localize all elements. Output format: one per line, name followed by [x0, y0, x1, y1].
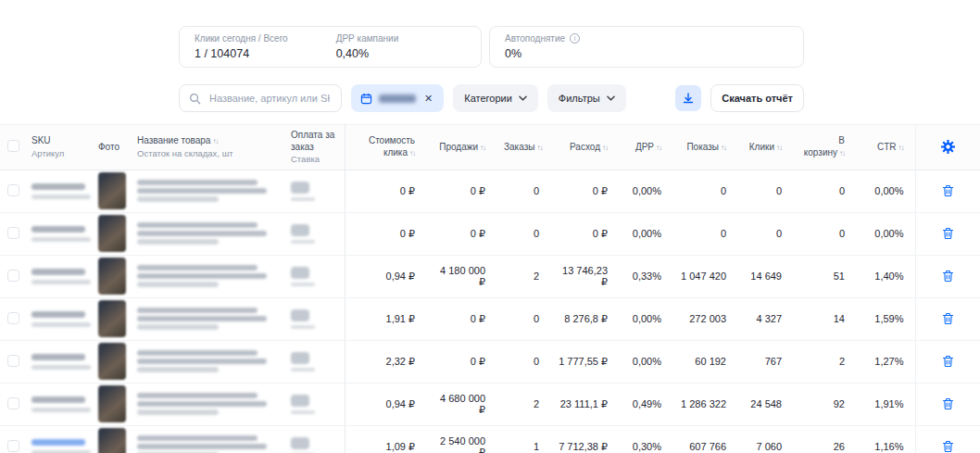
column-header-sku[interactable]: SKU Артикул: [24, 125, 91, 170]
info-icon[interactable]: i: [570, 33, 580, 44]
cell-photo: [91, 255, 130, 297]
row-checkbox[interactable]: [7, 355, 19, 367]
cell-clicks: 4 327: [737, 297, 793, 340]
cell-orders: 0: [496, 297, 550, 340]
sort-icon[interactable]: ↑↓: [212, 137, 218, 145]
product-name-redacted: [137, 231, 267, 236]
cell-cost-per-click: 2,32 ₽: [345, 340, 426, 383]
cell-spend: 23 111,1 ₽: [550, 383, 619, 425]
column-header-name[interactable]: Название товара↑↓ Остаток на складах, шт: [130, 125, 283, 170]
product-photo: [98, 258, 126, 295]
row-checkbox[interactable]: [7, 440, 19, 452]
cell-sku: [24, 255, 91, 297]
bid-redacted: [291, 325, 315, 329]
payment-redacted: [291, 224, 309, 236]
column-header-clicks[interactable]: Клики↑↓: [737, 125, 793, 170]
cell-photo: [91, 212, 130, 255]
cell-drr: 0,49%: [619, 383, 672, 425]
row-checkbox[interactable]: [7, 227, 19, 239]
cell-cost-per-click: 1,91 ₽: [345, 297, 426, 340]
article-redacted: [31, 408, 91, 412]
sort-icon[interactable]: ↑↓: [602, 144, 608, 152]
trash-icon: [942, 440, 954, 453]
table-settings-button[interactable]: [937, 136, 959, 157]
column-header-drr[interactable]: ДРР↑↓: [619, 125, 672, 170]
cell-photo: [91, 425, 130, 453]
close-icon[interactable]: ✕: [422, 92, 434, 106]
stat-label: Клики сегодня / Всего: [195, 33, 288, 44]
search-box[interactable]: [179, 84, 342, 112]
column-label: Показы: [686, 142, 719, 152]
cell-payment: [283, 383, 345, 425]
delete-row-button[interactable]: [938, 394, 958, 414]
payment-redacted: [291, 267, 309, 279]
sort-icon[interactable]: ↑↓: [480, 144, 485, 152]
sort-icon[interactable]: ↑↓: [839, 149, 845, 157]
column-header-views[interactable]: Показы↑↓: [672, 125, 737, 170]
column-header-orders[interactable]: Заказы↑↓: [496, 125, 550, 170]
stat-label: Автоподнятие i: [505, 33, 580, 44]
sort-icon[interactable]: ↑↓: [409, 149, 415, 157]
row-checkbox-cell: [0, 170, 24, 212]
filters-dropdown[interactable]: Фильтры: [547, 84, 626, 112]
row-checkbox[interactable]: [7, 270, 19, 282]
sort-icon[interactable]: ↑↓: [776, 144, 782, 152]
delete-row-button[interactable]: [938, 351, 958, 371]
cell-views: 607 766: [672, 425, 737, 453]
date-range-chip[interactable]: ✕: [351, 84, 444, 112]
delete-row-button[interactable]: [938, 223, 958, 244]
column-header-ctr[interactable]: CTR↑↓: [856, 125, 915, 170]
product-name-redacted: [137, 188, 267, 194]
column-header-cost-per-click[interactable]: Стоимость клика↑↓: [345, 125, 426, 170]
cell-ctr: 1,16%: [856, 425, 915, 453]
trash-icon: [942, 355, 954, 368]
product-photo: [98, 300, 126, 337]
sort-icon[interactable]: ↑↓: [536, 144, 542, 152]
sort-icon[interactable]: ↑↓: [721, 144, 726, 152]
product-photo: [98, 385, 126, 422]
categories-dropdown[interactable]: Категории: [453, 84, 538, 112]
row-checkbox[interactable]: [7, 312, 19, 324]
cell-cart: 26: [793, 425, 856, 453]
delete-row-button[interactable]: [938, 181, 958, 201]
gear-icon: [941, 140, 955, 154]
table-row: 2,32 ₽ 0 ₽ 0 1 777,55 ₽ 0,00% 60 192 767…: [0, 340, 980, 383]
select-all-checkbox[interactable]: [7, 140, 19, 152]
download-report-button[interactable]: Скачать отчёт: [710, 84, 804, 112]
product-name-redacted: [137, 222, 258, 228]
cell-cart: 14: [793, 297, 856, 340]
cell-name: [130, 255, 283, 297]
export-icon-button[interactable]: [675, 85, 701, 111]
stat-campaign-drr: ДРР кампании 0,40%: [336, 33, 399, 67]
cell-sales: 2 540 000 ₽: [426, 425, 496, 453]
cell-actions: [915, 340, 980, 383]
column-header-sales[interactable]: Продажи↑↓: [426, 125, 496, 170]
cell-orders: 0: [496, 170, 550, 212]
sort-icon[interactable]: ↑↓: [656, 144, 661, 152]
delete-row-button[interactable]: [938, 436, 958, 453]
search-input[interactable]: [207, 92, 332, 105]
chevron-down-icon: [519, 95, 527, 101]
product-name-redacted: [137, 273, 267, 279]
cell-actions: [915, 383, 980, 425]
delete-row-button[interactable]: [938, 266, 958, 286]
stat-clicks-today-total: Клики сегодня / Всего 1 / 104074: [195, 33, 288, 67]
row-checkbox[interactable]: [7, 397, 19, 409]
column-label: Фото: [98, 142, 122, 154]
column-header-cart[interactable]: В корзину↑↓: [793, 125, 856, 170]
delete-row-button[interactable]: [938, 308, 958, 329]
sort-icon[interactable]: ↑↓: [898, 144, 904, 152]
row-checkbox[interactable]: [7, 184, 19, 196]
cell-clicks: 0: [737, 170, 793, 212]
cell-orders: 0: [496, 340, 550, 383]
cell-sku: [24, 297, 91, 340]
bid-redacted: [291, 283, 315, 286]
payment-redacted: [291, 309, 309, 321]
cell-drr: 0,00%: [619, 212, 672, 255]
column-header-payment: Оплата за заказ Ставка: [283, 125, 345, 170]
payment-redacted: [291, 437, 309, 449]
cell-orders: 0: [496, 212, 550, 255]
column-header-spend[interactable]: Расход↑↓: [550, 125, 619, 170]
column-label: Название товара↑↓: [137, 135, 276, 147]
payment-redacted: [291, 395, 309, 407]
